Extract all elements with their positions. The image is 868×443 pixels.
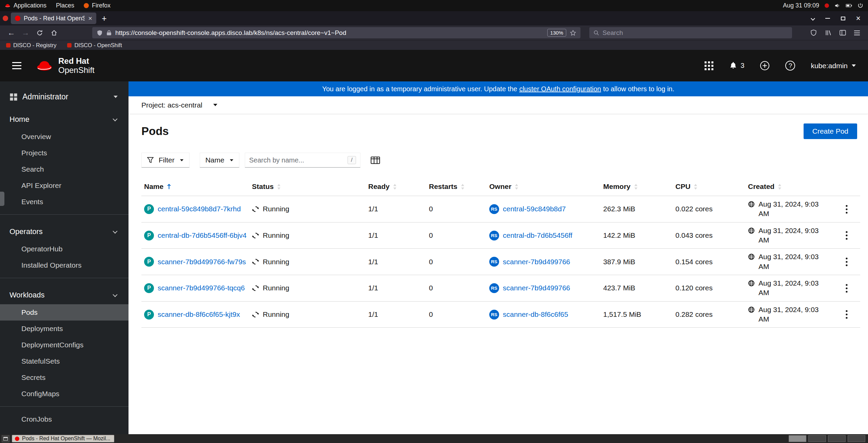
sidebar-item-api-explorer[interactable]: API Explorer [0, 177, 129, 194]
show-desktop-button[interactable] [2, 435, 9, 442]
notification-tray-icon[interactable] [825, 3, 829, 8]
applications-menu[interactable]: Applications [0, 0, 51, 11]
new-tab-button[interactable]: + [102, 14, 107, 23]
home-button[interactable] [47, 27, 60, 39]
sidebar-item-deploymentconfigs[interactable]: DeploymentConfigs [0, 337, 129, 353]
battery-icon[interactable] [846, 4, 852, 7]
column-header-memory[interactable]: Memory [600, 180, 673, 196]
search-type-dropdown[interactable]: Name [200, 153, 239, 168]
sidebar-item-configmaps[interactable]: ConfigMaps [0, 386, 129, 402]
sidebar-item-deployments[interactable]: Deployments [0, 321, 129, 337]
name-search-input[interactable] [249, 156, 345, 164]
bookmark-disco-openshift[interactable]: DISCO - OpenShift [67, 42, 122, 49]
minimize-icon[interactable] [825, 18, 830, 19]
browser-tab[interactable]: Pods - Red Hat OpenShift × [11, 13, 96, 24]
oauth-config-link[interactable]: cluster OAuth configuration [519, 85, 601, 93]
help-icon[interactable]: ? [785, 61, 795, 71]
column-header-owner[interactable]: Owner [487, 180, 600, 196]
workspace-3[interactable] [828, 435, 846, 442]
sidebar-item-operatorhub[interactable]: OperatorHub [0, 241, 129, 257]
firefox-view-icon[interactable] [3, 16, 8, 21]
owner-link[interactable]: scanner-7b9d499766 [503, 284, 570, 292]
user-menu[interactable]: kube:admin [811, 62, 856, 70]
tab-close-icon[interactable]: × [88, 15, 92, 22]
pod-link[interactable]: scanner-7b9d499766-fw79s [158, 258, 246, 266]
sidebar-item-statefulsets[interactable]: StatefulSets [0, 353, 129, 369]
nav-toggle-icon[interactable] [12, 62, 21, 69]
pod-link[interactable]: central-59c849b8d7-7krhd [158, 205, 241, 213]
sidebar-toggle-icon[interactable] [840, 30, 846, 36]
notifications-button[interactable]: 3 [729, 61, 744, 70]
nav-section-home[interactable]: Home [0, 110, 129, 129]
sidebar-item-overview[interactable]: Overview [0, 129, 129, 145]
created-cell: Aug 31, 2024, 9:03 AM [745, 301, 833, 328]
zoom-level-badge[interactable]: 130% [547, 29, 566, 37]
places-menu[interactable]: Places [51, 0, 79, 11]
power-icon[interactable] [857, 3, 863, 8]
owner-link[interactable]: central-59c849b8d7 [503, 205, 566, 213]
pod-link[interactable]: scanner-db-8f6c6f65-kjt9x [158, 310, 240, 319]
sidebar-item-projects[interactable]: Projects [0, 145, 129, 161]
owner-link[interactable]: scanner-db-8f6c6f65 [503, 310, 568, 319]
tracking-shield-icon[interactable] [97, 30, 103, 36]
column-header-ready[interactable]: Ready [366, 180, 426, 196]
maximize-icon[interactable] [841, 17, 845, 20]
row-actions-button[interactable] [833, 196, 860, 223]
project-selector-label[interactable]: Project: acs-central [141, 101, 202, 109]
pod-link[interactable]: scanner-7b9d499766-tqcq6 [158, 284, 245, 292]
sidebar-item-installed-operators[interactable]: Installed Operators [0, 257, 129, 273]
sidebar-item-secrets[interactable]: Secrets [0, 369, 129, 386]
column-header-restarts[interactable]: Restarts [426, 180, 487, 196]
column-header-created[interactable]: Created [745, 180, 833, 196]
owner-link[interactable]: scanner-7b9d499766 [503, 258, 570, 266]
library-icon[interactable] [825, 30, 831, 36]
workspace-2[interactable] [808, 435, 826, 442]
extensions-icon[interactable] [810, 30, 817, 36]
taskbar-window-button[interactable]: Pods - Red Hat OpenShift — Mozil... [12, 435, 114, 442]
url-text[interactable]: https://console-openshift-console.apps.d… [115, 29, 544, 37]
sidebar-item-search[interactable]: Search [0, 161, 129, 177]
workspace-1[interactable] [789, 435, 806, 442]
firefox-menu[interactable]: Firefox [79, 0, 115, 11]
browser-search-input[interactable] [603, 29, 788, 37]
bookmark-disco-registry[interactable]: DISCO - Registry [6, 42, 56, 49]
sidebar-item-pods[interactable]: Pods [0, 304, 129, 321]
reload-button[interactable] [33, 27, 46, 39]
workspace-4[interactable] [848, 435, 865, 442]
filter-dropdown[interactable]: Filter [141, 153, 190, 168]
owner-link[interactable]: central-db-7d6b5456ff [503, 231, 572, 239]
browser-menu-icon[interactable] [854, 31, 860, 35]
row-actions-button[interactable] [833, 222, 860, 249]
column-header-cpu[interactable]: CPU [673, 180, 745, 196]
column-management-button[interactable] [371, 156, 380, 164]
back-button[interactable]: ← [5, 27, 18, 39]
pod-link[interactable]: central-db-7d6b5456ff-6bjv4 [158, 231, 246, 239]
app-launcher-icon[interactable] [705, 61, 713, 70]
volume-icon[interactable] [834, 3, 840, 8]
sidebar-item-cronjobs[interactable]: CronJobs [0, 411, 129, 427]
drawer-handle[interactable] [0, 192, 4, 206]
lock-icon[interactable] [106, 30, 112, 36]
row-actions-button[interactable] [833, 301, 860, 328]
perspective-switcher[interactable]: Administrator [0, 87, 129, 107]
name-search-box[interactable]: / [245, 153, 360, 168]
nav-section-workloads[interactable]: Workloads [0, 286, 129, 304]
clock[interactable]: Aug 31 09:09 [783, 2, 819, 9]
browser-search-bar[interactable] [589, 27, 792, 38]
bookmark-favicon [67, 43, 72, 47]
create-pod-button[interactable]: Create Pod [804, 123, 857, 139]
column-header-name[interactable]: Name [141, 180, 249, 196]
sidebar-item-events[interactable]: Events [0, 194, 129, 210]
row-actions-button[interactable] [833, 249, 860, 275]
quick-create-icon[interactable] [760, 61, 770, 71]
column-header-status[interactable]: Status [249, 180, 366, 196]
row-actions-button[interactable] [833, 275, 860, 302]
window-close-icon[interactable]: × [856, 15, 861, 22]
caret-down-icon[interactable] [213, 104, 217, 106]
bookmark-star-icon[interactable] [570, 30, 576, 36]
list-tabs-icon[interactable] [811, 16, 815, 21]
brand-logo[interactable]: Red Hat OpenShift [36, 57, 95, 75]
url-bar[interactable]: https://console-openshift-console.apps.d… [92, 27, 580, 38]
forward-button[interactable]: → [19, 27, 32, 39]
nav-section-operators[interactable]: Operators [0, 223, 129, 241]
